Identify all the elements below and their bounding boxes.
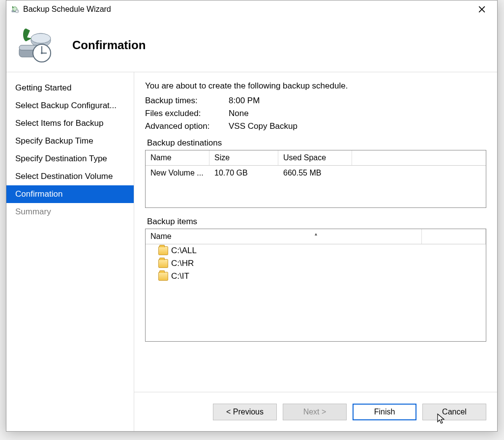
folder-icon <box>158 246 168 255</box>
destination-size: 10.70 GB <box>209 166 278 180</box>
finish-button[interactable]: Finish <box>353 404 416 420</box>
close-button[interactable] <box>471 2 493 17</box>
backup-destinations-label: Backup destinations <box>147 138 486 148</box>
step-specify-backup-time[interactable]: Specify Backup Time <box>6 132 134 150</box>
folder-icon <box>158 259 168 268</box>
folder-icon <box>158 272 168 281</box>
wizard-footer: < Previous Next > Finish Cancel <box>134 392 497 431</box>
step-select-backup-configuration[interactable]: Select Backup Configurat... <box>6 97 134 115</box>
summary-details: Backup times: 8:00 PM Files excluded: No… <box>145 96 486 131</box>
step-select-items-for-backup[interactable]: Select Items for Backup <box>6 115 134 132</box>
items-col-spacer <box>422 229 486 244</box>
page-heading: Confirmation <box>72 38 146 52</box>
backup-times-value: 8:00 PM <box>229 96 486 106</box>
wizard-icon <box>12 26 57 65</box>
list-item[interactable]: C:\HR <box>146 257 486 270</box>
window-title: Backup Schedule Wizard <box>23 5 471 14</box>
backup-destinations-table[interactable]: Name Size Used Space New Volume ... 10.7… <box>145 150 486 208</box>
advanced-option-value: VSS Copy Backup <box>229 121 486 131</box>
next-button: Next > <box>283 404 347 420</box>
backup-items-list[interactable]: Name ▴ C:\ALL C:\HR C:\IT <box>145 229 486 342</box>
items-header-row: Name ▴ <box>146 229 486 244</box>
step-select-destination-volume[interactable]: Select Destination Volume <box>6 168 134 185</box>
previous-button[interactable]: < Previous <box>213 404 277 420</box>
list-item[interactable]: C:\IT <box>146 270 486 283</box>
titlebar: Backup Schedule Wizard <box>6 0 497 18</box>
item-path: C:\HR <box>171 259 194 268</box>
files-excluded-label: Files excluded: <box>145 109 229 118</box>
wizard-window: Backup Schedule Wizard Confirmation Gett… <box>6 0 498 432</box>
advanced-option-label: Advanced option: <box>145 121 229 131</box>
app-icon <box>10 4 20 14</box>
backup-items-label: Backup items <box>147 217 486 227</box>
destination-name: New Volume ... <box>146 166 209 180</box>
wizard-body: Getting Started Select Backup Configurat… <box>6 72 497 431</box>
step-getting-started[interactable]: Getting Started <box>6 79 134 97</box>
step-summary: Summary <box>6 203 134 221</box>
backup-times-label: Backup times: <box>145 96 229 106</box>
table-row[interactable]: New Volume ... 10.70 GB 660.55 MB <box>146 166 486 180</box>
step-specify-destination-type[interactable]: Specify Destination Type <box>6 150 134 168</box>
svg-point-4 <box>31 33 51 43</box>
wizard-main: You are about to create the following ba… <box>134 72 497 431</box>
cancel-button[interactable]: Cancel <box>422 404 486 420</box>
intro-text: You are about to create the following ba… <box>145 81 486 91</box>
items-col-name[interactable]: Name <box>146 229 422 244</box>
destinations-col-name[interactable]: Name <box>146 150 209 165</box>
destination-used: 660.55 MB <box>278 166 352 180</box>
sort-ascending-icon: ▴ <box>315 231 317 236</box>
wizard-steps-sidebar: Getting Started Select Backup Configurat… <box>6 72 134 431</box>
files-excluded-value: None <box>229 109 486 118</box>
destinations-header-row: Name Size Used Space <box>146 150 486 166</box>
item-path: C:\ALL <box>171 246 197 256</box>
destinations-col-used[interactable]: Used Space <box>278 150 352 165</box>
wizard-content: You are about to create the following ba… <box>134 72 497 392</box>
wizard-header: Confirmation <box>6 18 497 72</box>
item-path: C:\IT <box>171 271 189 281</box>
destinations-col-spacer <box>352 155 486 161</box>
list-item[interactable]: C:\ALL <box>146 244 486 257</box>
destinations-col-size[interactable]: Size <box>209 150 278 165</box>
step-confirmation[interactable]: Confirmation <box>6 185 134 203</box>
